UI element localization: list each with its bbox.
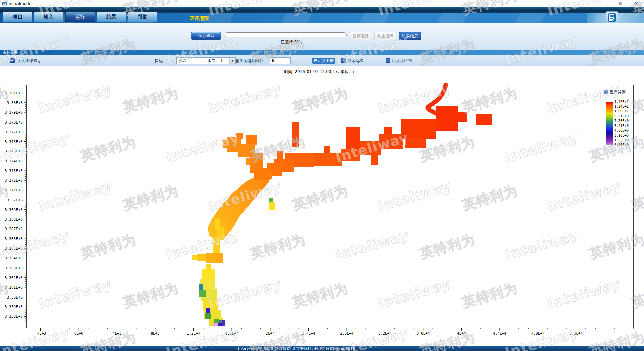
x-tick-label: 5.2E+4 bbox=[570, 331, 583, 336]
y-tick-label: 3.359E+6 bbox=[5, 305, 23, 309]
window-controls: — ⧉ ✕ bbox=[598, 0, 644, 7]
y-tick-label: 3.376E+6 bbox=[5, 140, 23, 144]
y-tick-label: 3.368E+6 bbox=[5, 217, 23, 222]
y-tick-label: 3.38E+6 bbox=[7, 101, 23, 105]
show-grid-label: 显示网格 bbox=[347, 58, 363, 64]
y-tick-label: 3.374E+6 bbox=[5, 159, 23, 163]
x-tick-label: 3.2E+4 bbox=[378, 331, 392, 336]
y-tick-label: 3.363E+6 bbox=[5, 266, 23, 270]
y-tick-label: 3.375E+6 bbox=[5, 149, 23, 153]
close-graph-checkbox[interactable]: ✔ bbox=[10, 58, 15, 63]
y-tick-label: 3.373E+6 bbox=[5, 169, 23, 173]
color-scale-bar bbox=[606, 102, 613, 145]
x-tick-label: 2.8E+4 bbox=[340, 331, 353, 336]
status-footer: Intelway-AW V1.0 版权所有: 北京英特利为环境科技有限公司 20… bbox=[0, 346, 644, 351]
custom-palette-button[interactable]: 自定义图谱 bbox=[312, 58, 335, 64]
window-title: initialmodel bbox=[9, 1, 32, 6]
legend-value: 3.10E+0 bbox=[614, 134, 629, 137]
document-pencil-icon bbox=[608, 13, 616, 22]
title-bar: initialmodel — ⧉ ✕ bbox=[0, 0, 644, 7]
y-tick-label: 3.358E+6 bbox=[5, 314, 23, 319]
y-tick-label: 3.37E+6 bbox=[7, 198, 23, 202]
tab-1[interactable]: 输入 bbox=[34, 12, 64, 22]
legend-value: 1.24E+1 bbox=[614, 105, 629, 108]
y-tick-label: 3.377E+6 bbox=[5, 130, 23, 134]
show-background-checkbox[interactable] bbox=[604, 90, 608, 94]
show-background-control: 显示背景 bbox=[604, 89, 626, 95]
legend-value: 1.40E+1 bbox=[614, 100, 629, 104]
y-tick-label: 3.369E+6 bbox=[5, 208, 23, 212]
x-tick-label: 0E+0 bbox=[74, 331, 83, 336]
app-version: Intelway-AW V1.0 bbox=[237, 346, 273, 351]
output-interval-input[interactable] bbox=[270, 57, 291, 64]
legend-value: 0.00E+0 bbox=[614, 143, 629, 147]
tab-0[interactable]: 项目 bbox=[3, 12, 32, 22]
legend-value: 6.21E+0 bbox=[614, 124, 629, 128]
y-tick-label: 3.379E+6 bbox=[5, 110, 23, 115]
color-scale-legend: 1.40E+11.24E+11.09E+19.31E+07.76E+06.21E… bbox=[603, 99, 629, 148]
tab-4[interactable]: 帮助 bbox=[128, 12, 157, 22]
app-window: initialmodel — ⧉ ✕ 项目输入运行结果帮助 环评/预警 运行模 bbox=[0, 0, 644, 351]
layer-select[interactable]: 1 ▼ bbox=[219, 57, 236, 64]
y-tick-label: 3.362E+6 bbox=[5, 276, 23, 280]
y-tick-label: 3.366E+6 bbox=[5, 237, 23, 241]
layer-label: 水层 bbox=[207, 58, 215, 64]
close-graph-label: 关闭图形显示 bbox=[17, 58, 42, 64]
plot-axes bbox=[26, 85, 634, 328]
progress-status-text: 已运行 0%。 bbox=[259, 39, 326, 45]
tab-3[interactable]: 结果 bbox=[97, 12, 126, 22]
legend-value: 9.31E+0 bbox=[614, 115, 629, 118]
y-tick-label: 3.361E+6 bbox=[5, 285, 23, 290]
legend-value: 4.66E+0 bbox=[614, 129, 629, 132]
x-tick-label: 4E+3 bbox=[113, 331, 122, 336]
output-interval-label: 输出间隔(小时) bbox=[236, 58, 263, 64]
app-icon bbox=[2, 1, 7, 6]
show-grid-checkbox[interactable] bbox=[341, 58, 346, 63]
flow-positions-label: 出入流位置 bbox=[392, 58, 412, 64]
layer-value: 1 bbox=[219, 58, 229, 63]
y-tick-label: 3.378E+6 bbox=[5, 120, 23, 125]
x-tick-label: 4.4E+4 bbox=[493, 331, 506, 336]
y-tick-label: 3.364E+6 bbox=[5, 256, 23, 260]
x-tick-label: -4E+3 bbox=[35, 331, 46, 336]
ribbon: 项目输入运行结果帮助 环评/预警 bbox=[0, 13, 644, 23]
x-tick-label: 4E+4 bbox=[457, 331, 466, 336]
show-background-label: 显示背景 bbox=[610, 89, 626, 95]
tab-2[interactable]: 运行 bbox=[65, 12, 95, 22]
y-tick-label: 3.36E+6 bbox=[7, 295, 23, 300]
realtime-display-header: 实时显示 bbox=[0, 50, 644, 55]
flow-positions-checkbox[interactable] bbox=[386, 58, 390, 63]
pause-run-button[interactable]: 暂停运行 bbox=[350, 32, 371, 40]
chevron-down-icon: ▼ bbox=[229, 58, 235, 64]
progress-bar bbox=[225, 32, 347, 37]
error-info-button[interactable]: 错误信息 bbox=[399, 32, 421, 40]
color-scale-values: 1.40E+11.24E+11.09E+19.31E+07.76E+06.21E… bbox=[614, 100, 629, 147]
y-tick-label: 3.381E+6 bbox=[5, 91, 23, 95]
y-tick-label: 3.367E+6 bbox=[5, 227, 23, 231]
y-tick-label: 3.365E+6 bbox=[5, 246, 23, 251]
minimize-button[interactable]: — bbox=[598, 0, 613, 7]
run-model-button[interactable]: 运行模型 bbox=[191, 32, 221, 40]
plot-time-caption: 时间: 2016-01-01 12:00:17; 单位: 度 bbox=[262, 69, 377, 75]
y-tick-label: 3.371E+6 bbox=[5, 188, 23, 192]
indicator-label: 指标 bbox=[155, 58, 163, 64]
x-tick-label: 2E+4 bbox=[266, 331, 275, 336]
x-tick-label: 1.2E+4 bbox=[187, 331, 201, 336]
copyright-text: 版权所有: 北京英特利为环境科技有限公司 2018 bbox=[275, 346, 355, 351]
legend-value: 1.55E+0 bbox=[614, 139, 629, 142]
x-tick-label: 1.6E+4 bbox=[225, 331, 239, 336]
x-tick-label: 4.8E+4 bbox=[531, 331, 545, 336]
x-tick-label: 8E+3 bbox=[151, 331, 160, 336]
tab-env-warning[interactable]: 环评/预警 bbox=[190, 15, 209, 22]
legend-value: 7.76E+0 bbox=[614, 119, 629, 123]
legend-value: 1.09E+1 bbox=[614, 110, 629, 113]
close-button[interactable]: ✕ bbox=[629, 0, 644, 7]
x-tick-label: 2.4E+4 bbox=[302, 331, 315, 336]
restore-button[interactable]: ⧉ bbox=[613, 0, 629, 7]
map-plot: 3.381E+63.38E+63.379E+63.378E+63.377E+63… bbox=[26, 85, 634, 328]
stop-run-button[interactable]: 终止运行 bbox=[374, 32, 396, 40]
edit-document-icon[interactable] bbox=[606, 11, 618, 24]
x-tick-label: 3.6E+4 bbox=[417, 331, 430, 336]
y-tick-label: 3.372E+6 bbox=[5, 178, 23, 183]
realtime-controls-row: ✔ 关闭图形显示 指标 水温 ▼ 水层 1 ▼ 输出间隔(小时) 自定义图谱 显… bbox=[0, 55, 644, 66]
